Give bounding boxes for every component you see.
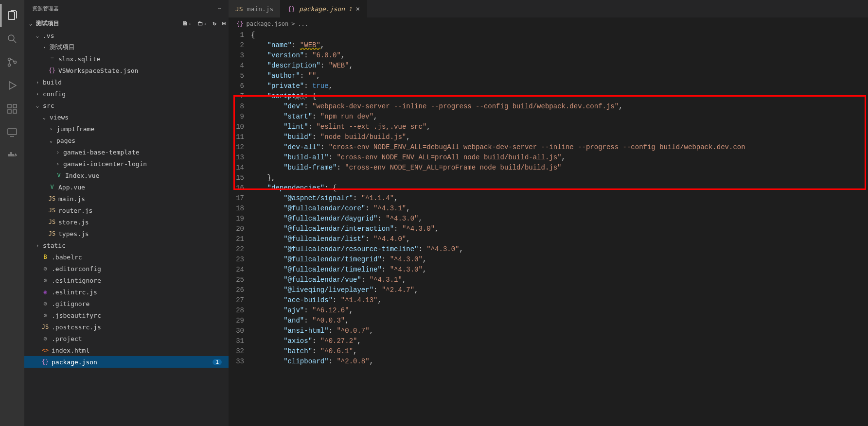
breadcrumb-file: package.json bbox=[246, 20, 288, 27]
code-line[interactable]: "axios": "^0.27.2", bbox=[251, 336, 868, 346]
activity-docker-icon[interactable] bbox=[0, 144, 24, 167]
code-line[interactable]: "lint": "eslint --ext .js,.vue src", bbox=[251, 122, 868, 132]
code-line[interactable]: "dependencies": { bbox=[251, 183, 868, 193]
tree-label: main.js bbox=[56, 195, 85, 203]
code-editor[interactable]: 1234567891011121314151617181920212223242… bbox=[229, 30, 868, 426]
tree-badge: 1 bbox=[213, 359, 222, 365]
refresh-icon[interactable]: ↻ bbox=[213, 20, 216, 27]
code-line[interactable]: "@fullcalendar/vue": "^4.3.1", bbox=[251, 275, 868, 285]
code-line[interactable]: "and": "^0.0.3", bbox=[251, 316, 868, 326]
tree-item[interactable]: {}package.json1 bbox=[24, 356, 229, 368]
tree-item[interactable]: ⚙.project bbox=[24, 333, 229, 344]
code-line[interactable]: "@fullcalendar/resource-timeline": "^4.3… bbox=[251, 244, 868, 255]
tree-label: jumpIframe bbox=[54, 125, 94, 133]
tree-item[interactable]: ›config bbox=[24, 88, 229, 100]
new-file-icon[interactable]: 🗎₊ bbox=[182, 20, 192, 27]
file-icon: ⚙ bbox=[41, 312, 50, 319]
file-icon: JS bbox=[235, 5, 243, 13]
code-lines[interactable]: { "name": "WEB", "version": "6.0.0", "de… bbox=[251, 30, 868, 426]
tree-item[interactable]: JSmain.js bbox=[24, 193, 229, 204]
code-line[interactable]: "@fullcalendar/interaction": "^4.3.0", bbox=[251, 224, 868, 234]
debug-hint[interactable]: ▷ 调试 bbox=[288, 93, 305, 103]
tree-item[interactable]: JSstore.js bbox=[24, 216, 229, 228]
activity-extensions-icon[interactable] bbox=[0, 97, 24, 120]
code-line[interactable]: "@fullcalendar/daygrid": "^4.3.0", bbox=[251, 214, 868, 224]
tree-item[interactable]: ⌄pages bbox=[24, 135, 229, 146]
tree-item[interactable]: ⌄src bbox=[24, 100, 229, 111]
tree-item[interactable]: VApp.vue bbox=[24, 181, 229, 193]
tree-item[interactable]: ›测试项目 bbox=[24, 41, 229, 53]
code-line[interactable]: "ajv": "^6.12.6", bbox=[251, 306, 868, 316]
activity-debug-icon[interactable] bbox=[0, 74, 24, 97]
tree-item[interactable]: JS.postcssrc.js bbox=[24, 321, 229, 333]
tree-label: .eslintignore bbox=[50, 277, 101, 284]
code-line[interactable]: "@fullcalendar/timeline": "^4.3.0", bbox=[251, 265, 868, 275]
tree-item[interactable]: ⌄views bbox=[24, 111, 229, 123]
tree-item[interactable]: JStypes.js bbox=[24, 228, 229, 239]
tree-item[interactable]: ⚙.eslintignore bbox=[24, 274, 229, 286]
code-line[interactable]: }, bbox=[251, 173, 868, 183]
tree-label: build bbox=[41, 79, 62, 86]
activity-remote-icon[interactable] bbox=[0, 120, 24, 144]
code-line[interactable]: "@fullcalendar/timegrid": "^4.3.0", bbox=[251, 255, 868, 265]
tree-item[interactable]: ›jumpIframe bbox=[24, 123, 229, 135]
new-folder-icon[interactable]: 🗀₊ bbox=[197, 20, 207, 27]
tree-label: App.vue bbox=[56, 184, 85, 191]
activity-explorer-icon[interactable] bbox=[0, 4, 24, 27]
tree-item[interactable]: ⚙.editorconfig bbox=[24, 263, 229, 274]
code-line[interactable]: "build": "node build/build.js", bbox=[251, 132, 868, 142]
tree-label: .babelrc bbox=[50, 254, 82, 261]
chevron-icon: › bbox=[34, 243, 41, 248]
svg-rect-6 bbox=[8, 110, 11, 113]
tree-item[interactable]: ◉.eslintrc.js bbox=[24, 286, 229, 298]
code-line[interactable]: "name": "WEB", bbox=[251, 40, 868, 51]
tree-item[interactable]: <>index.html bbox=[24, 344, 229, 356]
tree-item[interactable]: ›ganwei-base-template bbox=[24, 146, 229, 158]
chevron-icon: › bbox=[48, 126, 54, 132]
code-line[interactable]: "ansi-html": "^0.0.7", bbox=[251, 326, 868, 336]
tree-item[interactable]: ›build bbox=[24, 76, 229, 88]
code-line[interactable]: "scripts": { bbox=[251, 91, 868, 102]
code-line[interactable]: "@liveqing/liveplayer": "^2.4.7", bbox=[251, 285, 868, 295]
code-line[interactable]: "dev-all": "cross-env NODE_ENV_ALL=debug… bbox=[251, 142, 868, 153]
chevron-icon: ⌄ bbox=[48, 138, 54, 143]
code-line[interactable]: "build-all": "cross-env NODE_ENV_ALL=pro… bbox=[251, 153, 868, 163]
breadcrumb[interactable]: {} package.json > ... bbox=[229, 17, 868, 30]
tree-item[interactable]: ⌄.vs bbox=[24, 30, 229, 41]
activity-search-icon[interactable] bbox=[0, 27, 24, 51]
tab-label: main.js bbox=[247, 5, 274, 13]
code-line[interactable]: "build-frame": "cross-env NODE_ENV_ALL=p… bbox=[251, 163, 868, 173]
file-icon: ⚙ bbox=[41, 300, 50, 307]
tree-item[interactable]: ≡slnx.sqlite bbox=[24, 53, 229, 65]
code-line[interactable]: "author": "", bbox=[251, 71, 868, 81]
close-icon[interactable]: × bbox=[355, 5, 359, 13]
project-header[interactable]: ⌄ 测试项目 🗎₊ 🗀₊ ↻ ⊟ bbox=[24, 17, 229, 30]
tree-item[interactable]: ›ganwei-iotcenter-login bbox=[24, 158, 229, 170]
tree-item[interactable]: B.babelrc bbox=[24, 251, 229, 263]
activity-source-control-icon[interactable] bbox=[0, 51, 24, 74]
tab[interactable]: {}package.json 1× bbox=[281, 0, 367, 17]
code-line[interactable]: "@aspnet/signalr": "^1.1.4", bbox=[251, 193, 868, 204]
code-line[interactable]: "version": "6.0.0", bbox=[251, 51, 868, 61]
tree-item[interactable]: VIndex.vue bbox=[24, 170, 229, 181]
code-line[interactable]: "batch": "^0.6.1", bbox=[251, 346, 868, 357]
code-line[interactable]: "private": true, bbox=[251, 81, 868, 91]
tab[interactable]: JSmain.js bbox=[229, 0, 281, 17]
code-line[interactable]: "ace-builds": "^1.4.13", bbox=[251, 295, 868, 306]
collapse-icon[interactable]: ⊟ bbox=[222, 20, 226, 27]
sidebar-more-icon[interactable]: ⋯ bbox=[217, 5, 221, 12]
code-line[interactable]: "description": "WEB", bbox=[251, 61, 868, 71]
editor-area: JSmain.js{}package.json 1× {} package.js… bbox=[229, 0, 868, 426]
code-line[interactable]: { bbox=[251, 30, 868, 40]
code-line[interactable]: "@fullcalendar/list": "^4.4.0", bbox=[251, 234, 868, 244]
code-line[interactable]: "clipboard": "^2.0.8", bbox=[251, 357, 868, 367]
activity-bar bbox=[0, 0, 24, 426]
code-line[interactable]: "@fullcalendar/core": "^4.3.1", bbox=[251, 204, 868, 214]
code-line[interactable]: "dev": "webpack-dev-server --inline --pr… bbox=[251, 102, 868, 112]
tree-item[interactable]: ›static bbox=[24, 239, 229, 251]
tree-item[interactable]: ⚙.jsbeautifyrc bbox=[24, 309, 229, 321]
tree-item[interactable]: {}VSWorkspaceState.json bbox=[24, 65, 229, 76]
tree-item[interactable]: ⚙.gitignore bbox=[24, 298, 229, 309]
code-line[interactable]: "start": "npm run dev", bbox=[251, 112, 868, 122]
tree-item[interactable]: JSrouter.js bbox=[24, 204, 229, 216]
